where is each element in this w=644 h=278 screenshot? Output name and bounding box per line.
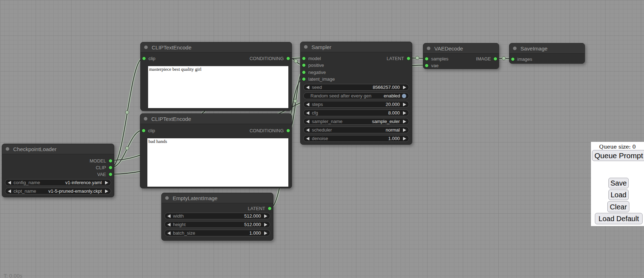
node-title-bar[interactable]: Sampler bbox=[300, 42, 412, 52]
widget-denoise[interactable]: denoise 1.000 bbox=[303, 135, 409, 142]
input-dot-icon[interactable] bbox=[425, 64, 429, 68]
decrement-arrow-icon[interactable] bbox=[306, 103, 309, 106]
widget-height[interactable]: height 512.000 bbox=[164, 221, 270, 228]
link-midpoint-dot[interactable] bbox=[293, 99, 297, 103]
link-midpoint-dot[interactable] bbox=[502, 57, 506, 60]
decrement-arrow-icon[interactable] bbox=[167, 214, 171, 218]
node-collapse-dot-icon[interactable] bbox=[144, 117, 147, 121]
node-vae-decode[interactable]: VAEDecode samples vae IMAGE bbox=[423, 43, 499, 69]
increment-arrow-icon[interactable] bbox=[105, 189, 108, 193]
clear-button[interactable]: Clear bbox=[607, 201, 629, 212]
node-collapse-dot-icon[interactable] bbox=[144, 46, 148, 49]
link-midpoint-dot[interactable] bbox=[125, 111, 129, 114]
decrement-arrow-icon[interactable] bbox=[306, 111, 309, 115]
output-slot-vae[interactable]: VAE bbox=[97, 171, 112, 177]
output-dot-icon[interactable] bbox=[493, 57, 497, 61]
node-collapse-dot-icon[interactable] bbox=[304, 45, 308, 49]
input-dot-icon[interactable] bbox=[302, 77, 306, 81]
widget-steps[interactable]: steps 20.000 bbox=[303, 101, 409, 108]
link-midpoint-dot[interactable] bbox=[415, 56, 419, 60]
node-title-bar[interactable]: CLIPTextEncode bbox=[140, 114, 292, 124]
input-dot-icon[interactable] bbox=[511, 57, 515, 61]
load-default-button[interactable]: Load Default bbox=[595, 213, 643, 224]
increment-arrow-icon[interactable] bbox=[403, 103, 406, 106]
input-slot-images[interactable]: images bbox=[511, 56, 532, 62]
toggle-circle-icon[interactable] bbox=[402, 94, 406, 98]
output-slot-conditioning[interactable]: CONDITIONING bbox=[250, 127, 290, 134]
node-empty-latent-image[interactable]: EmptyLatentImage LATENT width 512.000 he… bbox=[161, 193, 273, 241]
increment-arrow-icon[interactable] bbox=[264, 214, 267, 218]
node-checkpoint-loader[interactable]: CheckpointLoader MODEL CLIP VAE config_n… bbox=[2, 144, 114, 197]
node-save-image[interactable]: SaveImage images bbox=[509, 43, 585, 64]
link-midpoint-dot[interactable] bbox=[125, 146, 129, 150]
output-dot-icon[interactable] bbox=[109, 172, 112, 176]
input-dot-icon[interactable] bbox=[425, 57, 429, 61]
output-dot-icon[interactable] bbox=[286, 57, 290, 60]
widget-cfg[interactable]: cfg 8.000 bbox=[303, 109, 409, 116]
output-slot-conditioning[interactable]: CONDITIONING bbox=[250, 55, 290, 62]
output-dot-icon[interactable] bbox=[109, 166, 112, 170]
node-clip-text-encode-negative[interactable]: CLIPTextEncode clip CONDITIONING bad han… bbox=[140, 113, 292, 188]
output-slot-model[interactable]: MODEL bbox=[90, 157, 112, 164]
node-title-bar[interactable]: VAEDecode bbox=[423, 43, 499, 54]
increment-arrow-icon[interactable] bbox=[403, 86, 406, 89]
negative-prompt-textarea[interactable]: bad hands bbox=[147, 138, 288, 187]
increment-arrow-icon[interactable] bbox=[403, 128, 406, 132]
output-slot-latent[interactable]: LATENT bbox=[248, 205, 272, 212]
widget-sampler-name[interactable]: sampler_name sample_euler bbox=[303, 118, 409, 125]
node-collapse-dot-icon[interactable] bbox=[165, 196, 169, 200]
input-dot-icon[interactable] bbox=[302, 70, 306, 74]
increment-arrow-icon[interactable] bbox=[264, 223, 267, 226]
decrement-arrow-icon[interactable] bbox=[306, 86, 309, 89]
output-slot-image[interactable]: IMAGE bbox=[476, 55, 497, 62]
node-collapse-dot-icon[interactable] bbox=[513, 47, 517, 50]
input-slot-samples[interactable]: samples bbox=[425, 55, 448, 62]
decrement-arrow-icon[interactable] bbox=[306, 120, 309, 123]
widget-scheduler[interactable]: scheduler normal bbox=[303, 127, 409, 133]
input-dot-icon[interactable] bbox=[142, 129, 146, 133]
input-slot-negative[interactable]: negative bbox=[302, 69, 326, 75]
decrement-arrow-icon[interactable] bbox=[8, 189, 11, 193]
increment-arrow-icon[interactable] bbox=[264, 231, 267, 235]
queue-prompt-button[interactable]: Queue Prompt bbox=[592, 150, 644, 161]
input-slot-clip[interactable]: clip bbox=[142, 55, 156, 62]
node-title-bar[interactable]: SaveImage bbox=[509, 43, 585, 54]
node-title-bar[interactable]: CLIPTextEncode bbox=[141, 42, 292, 53]
increment-arrow-icon[interactable] bbox=[105, 181, 108, 185]
save-button[interactable]: Save bbox=[608, 178, 629, 188]
input-slot-vae[interactable]: vae bbox=[425, 62, 439, 69]
input-slot-clip[interactable]: clip bbox=[142, 127, 155, 134]
output-slot-clip[interactable]: CLIP bbox=[96, 164, 112, 171]
widget-batch-size[interactable]: batch_size 1.000 bbox=[164, 230, 270, 236]
input-dot-icon[interactable] bbox=[302, 57, 306, 60]
widget-ckpt-name[interactable]: ckpt_name v1-5-pruned-emaonly.ckpt bbox=[5, 188, 111, 194]
load-button[interactable]: Load bbox=[608, 189, 629, 200]
output-dot-icon[interactable] bbox=[286, 129, 290, 133]
decrement-arrow-icon[interactable] bbox=[306, 128, 309, 132]
output-dot-icon[interactable] bbox=[268, 207, 272, 210]
node-title-bar[interactable]: EmptyLatentImage bbox=[162, 193, 273, 203]
widget-config-name[interactable]: config_name v1-inference.yaml bbox=[5, 179, 111, 186]
input-slot-latent-image[interactable]: latent_image bbox=[302, 76, 335, 82]
widget-seed[interactable]: seed 8566257.000 bbox=[303, 84, 409, 91]
decrement-arrow-icon[interactable] bbox=[8, 181, 11, 185]
widget-random-seed-toggle[interactable]: Random seed after every gen enabled bbox=[303, 92, 409, 99]
node-collapse-dot-icon[interactable] bbox=[427, 47, 430, 50]
input-dot-icon[interactable] bbox=[142, 57, 146, 60]
link-midpoint-dot[interactable] bbox=[294, 59, 298, 63]
input-slot-model[interactable]: model bbox=[302, 55, 321, 62]
input-dot-icon[interactable] bbox=[302, 63, 306, 67]
output-dot-icon[interactable] bbox=[109, 159, 112, 163]
increment-arrow-icon[interactable] bbox=[403, 137, 406, 140]
node-clip-text-encode-positive[interactable]: CLIPTextEncode clip CONDITIONING masterp… bbox=[140, 42, 292, 111]
node-title-bar[interactable]: CheckpointLoader bbox=[2, 144, 114, 154]
decrement-arrow-icon[interactable] bbox=[167, 231, 171, 235]
output-dot-icon[interactable] bbox=[407, 57, 410, 60]
node-collapse-dot-icon[interactable] bbox=[6, 147, 9, 151]
increment-arrow-icon[interactable] bbox=[403, 120, 406, 123]
decrement-arrow-icon[interactable] bbox=[167, 223, 171, 226]
node-sampler[interactable]: Sampler model positive negative latent_i… bbox=[300, 42, 412, 145]
output-slot-latent[interactable]: LATENT bbox=[387, 55, 410, 62]
input-slot-positive[interactable]: positive bbox=[302, 62, 324, 68]
increment-arrow-icon[interactable] bbox=[403, 111, 406, 115]
